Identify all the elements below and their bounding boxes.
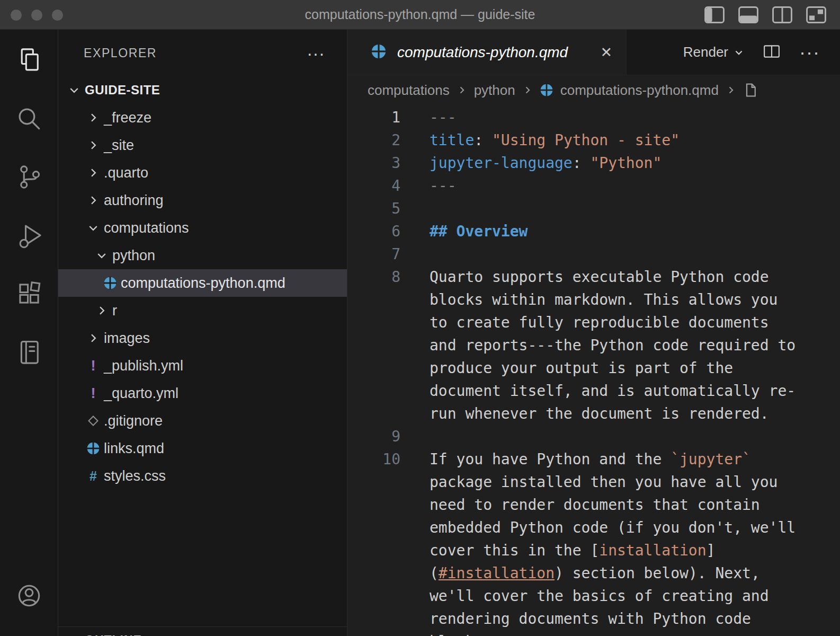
code-line-5[interactable]: 5 [347, 197, 840, 220]
quarto-icon [540, 82, 553, 99]
chevron-right-icon [457, 85, 467, 95]
tree-item-computations-python-qmd[interactable]: computations-python.qmd [58, 269, 347, 297]
chevron-down-icon [85, 222, 102, 234]
line-content: --- [430, 174, 801, 197]
editor-group: computations-python.qmd ✕ Render ··· com… [347, 30, 840, 636]
tree-item-label: r [112, 303, 117, 319]
tree-item-label: _site [104, 137, 134, 154]
tree-root-guide-site[interactable]: GUIDE-SITE [58, 76, 347, 104]
tree-item-label: links.qmd [104, 440, 164, 457]
render-button-label: Render [683, 44, 728, 60]
yaml-icon: ! [85, 385, 102, 402]
line-content [430, 425, 801, 448]
tree-item-label: python [112, 248, 155, 264]
outline-section-header[interactable]: OUTLINE [58, 626, 347, 636]
tree-item-label: authoring [104, 192, 164, 209]
extensions-icon[interactable] [15, 280, 43, 307]
quarto-icon [85, 441, 102, 455]
code-line-6[interactable]: 6## Overview [347, 220, 840, 243]
tree-item--gitignore[interactable]: .gitignore [58, 407, 347, 435]
chevron-down-icon [93, 249, 110, 262]
outline-label: OUTLINE [85, 633, 142, 636]
tree-item-label: _quarto.yml [104, 385, 178, 402]
line-number: 2 [347, 129, 400, 152]
code-line-3[interactable]: 3jupyter-language: "Python" [347, 152, 840, 174]
tree-item-links-qmd[interactable]: links.qmd [58, 435, 347, 462]
code-line-4[interactable]: 4--- [347, 174, 840, 197]
chevron-right-icon [66, 634, 83, 636]
tab-label: computations-python.qmd [397, 44, 568, 61]
tree-item-label: .quarto [104, 165, 148, 181]
breadcrumb-item-computations[interactable]: computations [368, 82, 450, 99]
breadcrumb-item-python[interactable]: python [474, 82, 515, 99]
chevron-down-icon [734, 47, 744, 58]
activity-bar [0, 30, 58, 636]
line-number: 7 [347, 243, 400, 266]
customize-layout-icon[interactable] [806, 6, 826, 23]
file-outline-icon[interactable] [743, 82, 758, 99]
tree-root-label: GUIDE-SITE [85, 83, 160, 98]
line-number: 10 [347, 448, 400, 636]
tree-item-authoring[interactable]: authoring [58, 187, 347, 214]
chevron-right-icon [85, 332, 102, 344]
editor-actions: Render ··· [683, 30, 840, 75]
git-icon [85, 417, 102, 425]
tree-item-label: _freeze [104, 110, 151, 126]
line-content [430, 197, 801, 220]
tree-item-label: computations-python.qmd [121, 275, 285, 292]
render-button[interactable]: Render [683, 44, 744, 60]
tree-item--freeze[interactable]: _freeze [58, 104, 347, 131]
code-line-8[interactable]: 8Quarto supports executable Python code … [347, 266, 840, 425]
code-line-1[interactable]: 1--- [347, 106, 840, 129]
css-icon: # [85, 469, 102, 484]
chevron-down-icon [66, 84, 83, 96]
line-number: 6 [347, 220, 400, 243]
tree-item-label: .gitignore [104, 413, 163, 429]
tree-item-images[interactable]: images [58, 324, 347, 352]
file-tree: _freeze_site.quartoauthoringcomputations… [58, 104, 347, 490]
tree-item--quarto-yml[interactable]: !_quarto.yml [58, 379, 347, 407]
explorer-more-actions-button[interactable]: ··· [307, 48, 325, 58]
chevron-right-icon [85, 194, 102, 207]
tree-item-label: computations [104, 220, 189, 236]
tree-item-r[interactable]: r [58, 297, 347, 324]
layout-sidebar-left-icon[interactable] [704, 6, 725, 23]
layout-panel-icon[interactable] [738, 6, 758, 23]
chevron-right-icon [522, 85, 533, 95]
explorer-sidebar: EXPLORER ··· GUIDE-SITE _freeze_site.qua… [58, 30, 347, 636]
search-icon[interactable] [15, 105, 43, 132]
line-content: --- [430, 106, 801, 129]
tree-item--quarto[interactable]: .quarto [58, 159, 347, 187]
code-editor[interactable]: 1---2title: "Using Python - site"3jupyte… [347, 105, 840, 636]
tree-item-python[interactable]: python [58, 242, 347, 269]
files-icon[interactable] [15, 47, 43, 74]
code-line-9[interactable]: 9 [347, 425, 840, 448]
titlebar-layout-controls [704, 6, 826, 23]
code-line-2[interactable]: 2title: "Using Python - site" [347, 129, 840, 152]
line-number: 8 [347, 266, 400, 425]
tree-item-computations[interactable]: computations [58, 214, 347, 242]
code-line-10[interactable]: 10If you have Python and the `jupyter` p… [347, 448, 840, 636]
chevron-right-icon [726, 85, 736, 95]
chevron-right-icon [93, 304, 110, 317]
tab-close-icon[interactable]: ✕ [600, 44, 612, 61]
editor-more-actions-button[interactable]: ··· [799, 47, 820, 58]
tree-item-styles-css[interactable]: #styles.css [58, 462, 347, 490]
code-line-7[interactable]: 7 [347, 243, 840, 266]
account-icon[interactable] [15, 582, 43, 610]
explorer-title: EXPLORER [84, 46, 157, 60]
line-content: ## Overview [430, 220, 801, 243]
breadcrumb-item-file[interactable]: computations-python.qmd [560, 82, 719, 99]
notebook-icon[interactable] [15, 338, 43, 366]
tab-computations-python-qmd[interactable]: computations-python.qmd ✕ [347, 30, 627, 75]
source-control-icon[interactable] [15, 163, 43, 191]
tree-item--publish-yml[interactable]: !_publish.yml [58, 352, 347, 379]
chevron-right-icon [85, 166, 102, 179]
yaml-icon: ! [85, 358, 102, 374]
chevron-right-icon [85, 111, 102, 124]
tree-item--site[interactable]: _site [58, 131, 347, 159]
tree-item-label: images [104, 330, 150, 347]
split-editor-icon[interactable] [763, 44, 780, 61]
run-debug-icon[interactable] [15, 222, 43, 249]
layout-sidebar-right-icon[interactable] [772, 6, 792, 23]
